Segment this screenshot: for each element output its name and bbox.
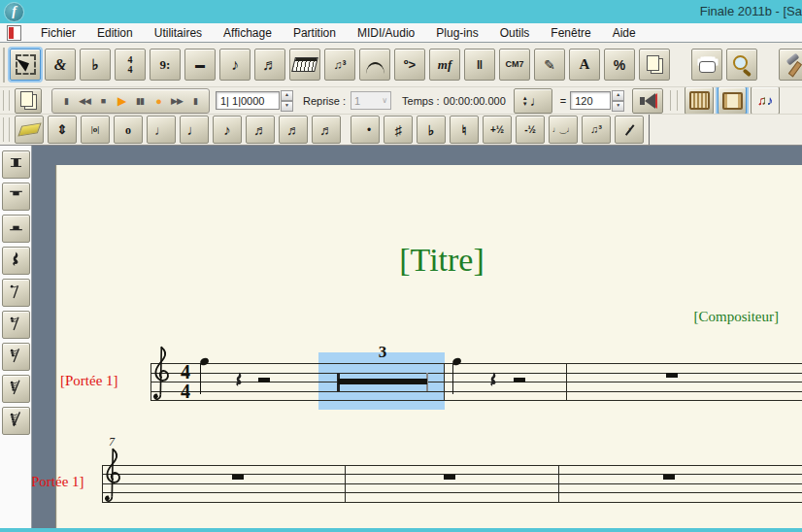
page-turn-button[interactable]	[15, 88, 42, 114]
grace-note-button[interactable]: ♪	[615, 116, 644, 144]
hand-grabber-tool-button[interactable]	[691, 49, 722, 81]
hyperscribe-tool-button[interactable]	[289, 49, 320, 81]
whole-rest[interactable]	[444, 475, 455, 480]
sixteenth-note-button[interactable]: ♬	[246, 116, 275, 144]
whole-rest[interactable]	[663, 475, 675, 480]
tuplet-tool-button[interactable]: ♫³	[324, 49, 355, 81]
tie-button[interactable]: ♩‿♩	[549, 116, 578, 144]
tempo-spinner[interactable]: ▲ ▼	[612, 90, 624, 112]
spinner-up-icon[interactable]: ▲	[281, 90, 293, 101]
simple-entry-tool-button[interactable]: ♪	[219, 49, 251, 81]
whole-rest[interactable]	[232, 475, 244, 480]
sixty-fourth-rest-button[interactable]	[2, 375, 30, 403]
chord-tool-button[interactable]: CM7	[499, 49, 530, 81]
staff2-label[interactable]: [Portée 1]	[32, 474, 84, 490]
tempo-input[interactable]: 120	[570, 91, 611, 110]
clef-tool-button[interactable]: 9:	[150, 49, 181, 81]
reprise-select[interactable]: 1 ∨	[351, 91, 391, 110]
playback-settings-button[interactable]	[632, 88, 663, 114]
menu-outils[interactable]: Outils	[489, 25, 541, 41]
page-view-button[interactable]	[718, 86, 747, 114]
thirty-second-rest-button[interactable]	[2, 343, 30, 371]
playback-counter[interactable]: 1| 1|0000	[216, 91, 280, 110]
speedy-entry-tool-button[interactable]: ♬	[254, 49, 285, 81]
record-button[interactable]: ●	[150, 92, 167, 110]
eraser-button[interactable]	[15, 116, 44, 144]
menu-plug-ins[interactable]: Plug-ins	[425, 25, 488, 41]
half-rest-button[interactable]	[2, 215, 30, 243]
scroll-view-button[interactable]	[685, 86, 714, 114]
quarter-note-button[interactable]: ♩	[180, 116, 209, 144]
selection-tool-button[interactable]	[10, 49, 41, 81]
smart-shape-tool-button[interactable]	[359, 49, 390, 81]
eighth-note-button[interactable]: ♪	[213, 116, 242, 144]
quarter-rest[interactable]	[230, 370, 249, 388]
staff1-label[interactable]: [Portée 1]	[60, 373, 118, 389]
spinner-up-icon[interactable]: ▲	[612, 90, 624, 101]
half-note-button[interactable]: ♩	[147, 116, 176, 144]
staff-tool-button[interactable]: &	[45, 49, 76, 81]
special-tools-button[interactable]	[779, 49, 802, 81]
treble-clef-icon[interactable]	[150, 346, 172, 410]
spinner-down-icon[interactable]: ▼	[612, 101, 624, 112]
resize-tool-button[interactable]: %	[604, 49, 635, 81]
studio-view-button[interactable]: ♫♪	[751, 86, 780, 114]
score-composer[interactable]: [Compositeur]	[621, 309, 779, 325]
whole-note-button[interactable]: o	[114, 116, 143, 144]
one-twenty-eighth-rest-button[interactable]	[2, 407, 30, 435]
expression-tool-button[interactable]: mf	[429, 49, 460, 81]
key-signature-tool-button[interactable]: ♭	[80, 49, 111, 81]
eighth-rest-button[interactable]	[2, 279, 30, 307]
play-button[interactable]: ▶	[113, 92, 130, 110]
flat-button[interactable]: ♭	[417, 116, 446, 144]
zoom-tool-button[interactable]	[726, 49, 757, 81]
multimeasure-rest-bar[interactable]	[338, 379, 427, 384]
natural-button[interactable]: ♮	[450, 116, 479, 144]
half-rest[interactable]	[258, 378, 270, 382]
articulation-tool-button[interactable]: º>	[394, 49, 425, 81]
menu-affichage[interactable]: Affichage	[213, 25, 283, 41]
repeat-tool-button[interactable]: ‖	[464, 49, 495, 81]
double-whole-rest-button[interactable]	[2, 150, 30, 179]
tempo-unit-button[interactable]: ▲ ▼ ♩	[514, 88, 552, 114]
menu-midi-audio[interactable]: MIDI/Audio	[347, 25, 425, 41]
stop-button[interactable]: ■	[94, 92, 112, 110]
augmentation-dot-button[interactable]: •	[351, 116, 380, 144]
sixty-fourth-note-button[interactable]: ♬	[312, 116, 341, 144]
menu-aide[interactable]: Aide	[602, 25, 647, 41]
text-tool-button[interactable]: A	[569, 49, 600, 81]
menu-fichier[interactable]: Fichier	[30, 25, 86, 41]
menu-fen-tre[interactable]: Fenêtre	[540, 25, 601, 41]
fast-forward-button[interactable]: ▶▶	[168, 92, 185, 110]
menu-edition[interactable]: Edition	[86, 25, 144, 41]
lower-half-step-button[interactable]: -½	[516, 116, 545, 144]
spinner-down-icon[interactable]: ▼	[281, 101, 293, 112]
double-whole-note-button[interactable]: |o|	[81, 116, 110, 144]
time-signature[interactable]: 44	[177, 363, 194, 401]
go-to-end-button[interactable]: ▮	[186, 92, 204, 110]
counter-spinner[interactable]: ▲ ▼	[281, 90, 293, 112]
menu-partition[interactable]: Partition	[283, 25, 347, 41]
thirty-second-note-button[interactable]: ♬	[279, 116, 308, 144]
go-to-start-button[interactable]: ▮	[57, 92, 75, 110]
page-layout-tool-button[interactable]	[639, 49, 670, 81]
tuplet-entry-button[interactable]: ♫³	[582, 116, 611, 144]
quarter-rest[interactable]	[485, 370, 503, 388]
score-title[interactable]: [Titre]	[296, 242, 587, 279]
sixteenth-rest-button[interactable]	[2, 311, 30, 339]
rewind-button[interactable]: ◀◀	[76, 92, 93, 110]
raise-half-step-button[interactable]: +½	[483, 116, 512, 144]
menu-utilitaires[interactable]: Utilitaires	[144, 25, 213, 41]
time-signature-tool-button[interactable]: 4 4	[115, 49, 146, 81]
sharp-button[interactable]: ♯	[384, 116, 413, 144]
quarter-rest-button[interactable]	[2, 247, 30, 275]
whole-rest[interactable]	[666, 373, 678, 378]
pitch-up-down-button[interactable]: ⇕	[48, 116, 77, 144]
treble-clef-icon[interactable]	[102, 448, 123, 512]
half-rest[interactable]	[514, 378, 525, 382]
whole-rest-button[interactable]	[2, 183, 30, 211]
lyrics-tool-button[interactable]: ✎	[534, 49, 565, 81]
measure-tool-button[interactable]: ▬	[184, 49, 216, 81]
pause-button[interactable]: ▮▮	[131, 92, 149, 110]
document-icon[interactable]	[7, 25, 21, 41]
